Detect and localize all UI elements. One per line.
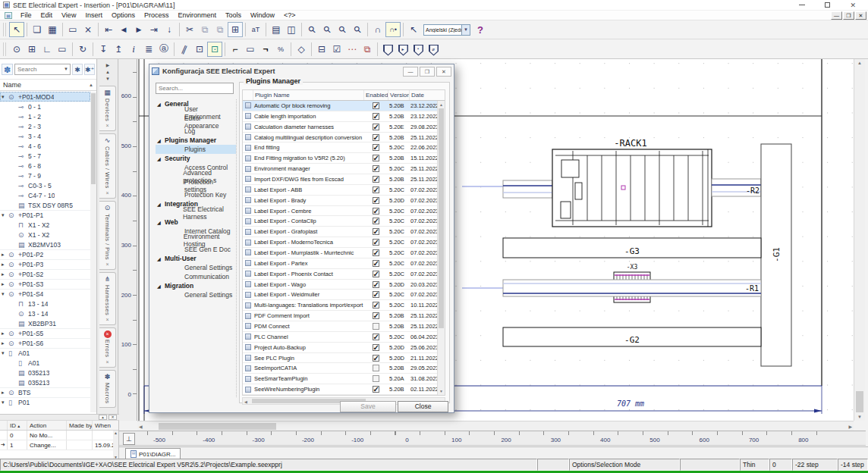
- paste-down-button[interactable]: ⧉: [212, 22, 228, 37]
- plugin-enabled-checkbox[interactable]: [363, 334, 388, 340]
- tree-item[interactable]: ▤ XB2MV103: [0, 240, 90, 249]
- explorer-settings-button[interactable]: ✱: [72, 64, 83, 75]
- print-button[interactable]: ▤: [269, 22, 284, 37]
- plugin-enabled-checkbox[interactable]: [363, 344, 388, 351]
- insert-folio-block-button[interactable]: ↥: [111, 42, 126, 57]
- corner-arrow-button[interactable]: ¬: [258, 42, 273, 57]
- section-expander-icon[interactable]: ◢: [156, 256, 165, 262]
- col-version[interactable]: Version: [388, 90, 409, 100]
- plugin-enabled-checkbox[interactable]: [363, 271, 388, 277]
- tree-item[interactable]: ▸ ⊙ +P01-P3: [0, 259, 90, 269]
- search-input[interactable]: [15, 66, 64, 73]
- close-button[interactable]: Close: [398, 401, 448, 412]
- tree-item[interactable]: ▯ A01: [0, 358, 90, 368]
- plugin-enabled-checkbox[interactable]: [363, 208, 388, 215]
- close-button[interactable]: ✕: [850, 2, 856, 9]
- ruler-origin-button[interactable]: ⊥: [123, 433, 135, 445]
- plugin-enabled-checkbox[interactable]: [363, 355, 388, 362]
- plugin-enabled-checkbox[interactable]: [363, 155, 388, 161]
- plugin-row[interactable]: Label Export - ContaClip 5.20C 07.02.202…: [243, 216, 437, 227]
- shield-user-button[interactable]: •: [410, 42, 426, 57]
- plugin-row[interactable]: End fitting 5.20C 22.06.2023: [243, 143, 437, 153]
- close-icon[interactable]: ×: [105, 317, 108, 322]
- plugin-row[interactable]: SeeWireNumberingPlugin 5.20B 02.11.2022: [243, 384, 437, 395]
- goto-folio-button[interactable]: ↓: [162, 22, 177, 37]
- scroll-thumb[interactable]: [856, 391, 863, 412]
- visibility-button[interactable]: ⊙: [9, 42, 24, 57]
- scroll-thumb[interactable]: [159, 423, 276, 430]
- close-panel-button[interactable]: ✕: [108, 415, 117, 420]
- plugin-enabled-checkbox[interactable]: [363, 218, 388, 224]
- plugin-enabled-checkbox[interactable]: [363, 312, 388, 319]
- section-expander-icon[interactable]: ◢: [156, 156, 165, 161]
- history-col-madeby[interactable]: Made by: [67, 421, 93, 430]
- plugin-row[interactable]: PLC Channel 5.20C 06.04.2023: [243, 332, 437, 343]
- tree-item[interactable]: ⊸ 5 - 7: [0, 151, 90, 161]
- dialog-nav-item[interactable]: Communication: [156, 272, 236, 281]
- plugin-row[interactable]: Automatic Opr block removing 5.20B 23.12…: [243, 101, 437, 111]
- plugin-row[interactable]: SeeImportCATIA 5.20B 29.05.2023: [243, 363, 437, 374]
- plugin-row[interactable]: Environment manager 5.20C 25.11.2022: [243, 164, 437, 174]
- toolbar-separator[interactable]: [72, 42, 73, 56]
- history-row[interactable]: ➜ 1 Change... 15.09.2...: [0, 440, 118, 450]
- plugin-enabled-checkbox[interactable]: [363, 228, 388, 235]
- dialog-title-bar[interactable]: Konfiguracja SEE Electrical Expert — ❐ ✕: [149, 64, 454, 78]
- plugin-row[interactable]: Label Export - ABB 5.20C 07.02.2023: [243, 185, 437, 196]
- plugin-enabled-checkbox[interactable]: [363, 102, 388, 109]
- side-tab[interactable]: ✽ Macros: [99, 370, 116, 409]
- plugin-row[interactable]: PDM Connect 5.20B 25.11.2022: [243, 321, 437, 332]
- tree-item[interactable]: ▤ TSX DSY 08R5: [0, 200, 90, 210]
- history-scrollbar[interactable]: ▲▼: [113, 431, 118, 459]
- tree-item[interactable]: ⊓ 13 - 14: [0, 299, 90, 309]
- save-button[interactable]: ▦: [45, 22, 60, 37]
- element-info-button[interactable]: i: [126, 42, 141, 57]
- tree-item[interactable]: ⊸ 7 - 9: [0, 171, 90, 180]
- plugin-enabled-checkbox[interactable]: [363, 323, 388, 330]
- draw-lines-button[interactable]: ∥: [177, 42, 192, 57]
- toolbar-separator[interactable]: [62, 23, 63, 36]
- plugin-row[interactable]: PDF Comment Import 5.20B 25.11.2022: [243, 311, 437, 321]
- insert-block-button[interactable]: ↧: [96, 42, 111, 57]
- tree-item[interactable]: ▤ 035213: [0, 368, 90, 377]
- minimize-button[interactable]: [799, 5, 805, 5]
- toolbar-separator[interactable]: [93, 42, 93, 56]
- tree-item[interactable]: ▸ ⊙ +P01-S6: [0, 338, 90, 348]
- menu-item[interactable]: Window: [246, 11, 279, 19]
- help-button[interactable]: ?: [473, 24, 488, 36]
- menu-item[interactable]: Tools: [221, 11, 246, 19]
- selection-arrow-button[interactable]: ↖: [406, 22, 421, 37]
- plugin-enabled-checkbox[interactable]: [363, 239, 388, 246]
- tree-item[interactable]: ⊸ C0-3 - 5: [0, 180, 90, 190]
- dialog-nav-item[interactable]: ◢ Migration: [156, 281, 236, 290]
- tree-item[interactable]: ⊓ X1 - X2: [0, 220, 90, 230]
- close-icon[interactable]: ×: [105, 190, 108, 196]
- tree-item[interactable]: ⊸ 1 - 2: [0, 111, 90, 121]
- toolbar-separator[interactable]: [403, 23, 404, 36]
- dialog-minimize-button[interactable]: —: [403, 67, 418, 77]
- menu-item[interactable]: <?>: [279, 11, 300, 19]
- axes-button[interactable]: ∟: [39, 42, 55, 57]
- plugin-row[interactable]: Label Export - Cembre 5.20C 07.02.2023: [243, 206, 437, 217]
- tree-expander-icon[interactable]: ▸: [2, 340, 8, 346]
- history-col-id[interactable]: ID ▴: [8, 421, 27, 430]
- sort-ascending-icon[interactable]: ▲: [89, 83, 93, 87]
- tree-expander-icon[interactable]: ▾: [2, 94, 8, 100]
- explorer-gear-icon[interactable]: ✽: [2, 64, 13, 75]
- last-folio-button[interactable]: ⇥: [146, 22, 162, 37]
- toolbar-separator[interactable]: [179, 23, 180, 36]
- plugin-row[interactable]: Label Export - Phoenix Contact 5.20C 07.…: [243, 269, 437, 280]
- grid-button[interactable]: ⊞: [24, 42, 39, 57]
- cut-button[interactable]: ✂: [182, 22, 197, 37]
- plugin-row[interactable]: Project Auto-Backup 5.20D 25.06.2023: [243, 343, 437, 353]
- toolbar-separator[interactable]: [291, 42, 291, 56]
- toolbar-separator[interactable]: [311, 42, 312, 56]
- zoom-out-button[interactable]: ⚲: [335, 22, 350, 37]
- dialog-nav-item[interactable]: Editor Appearance: [156, 117, 236, 127]
- tree-expander-icon[interactable]: ▾: [2, 350, 8, 356]
- new-folio-button[interactable]: ❏: [30, 22, 45, 37]
- plugin-enabled-checkbox[interactable]: [363, 176, 388, 183]
- tree-item[interactable]: ⊸ 3 - 4: [0, 131, 90, 141]
- db-connect-button[interactable]: ⊟: [314, 42, 329, 57]
- comment-button[interactable]: ⊡: [192, 42, 207, 57]
- paste-up-button[interactable]: ⧉: [197, 22, 212, 37]
